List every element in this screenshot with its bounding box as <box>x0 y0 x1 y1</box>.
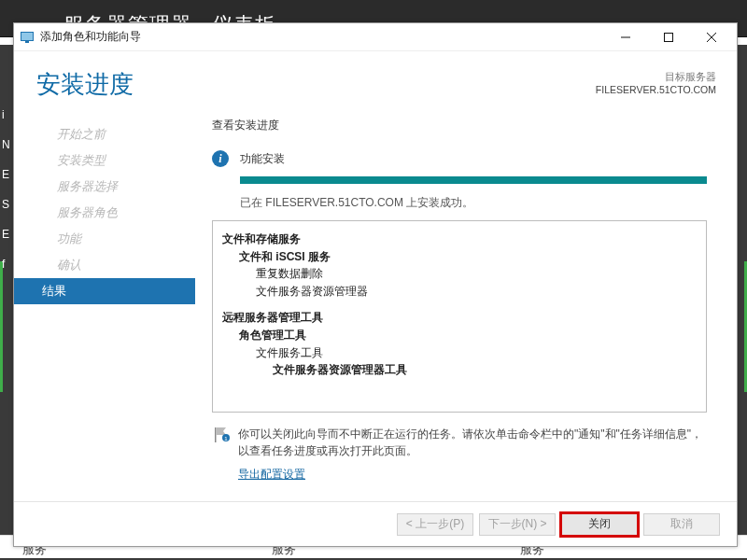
close-button[interactable] <box>690 24 733 50</box>
content-subhead: 查看安装进度 <box>212 118 716 133</box>
svg-rect-1 <box>21 33 33 40</box>
status-text: 功能安装 <box>240 151 285 167</box>
note-text: 你可以关闭此向导而不中断正在运行的任务。请依次单击命令栏中的"通知"和"任务详细… <box>238 426 707 459</box>
bg-letter: N <box>2 138 10 151</box>
sidebar-item-confirm: 确认 <box>14 252 195 278</box>
minimize-button[interactable] <box>604 24 647 50</box>
feature-item: 文件和 iSCSI 服务 <box>222 248 697 266</box>
sidebar-item-server-select: 服务器选择 <box>14 174 195 200</box>
info-icon: i <box>212 150 229 167</box>
maximize-button[interactable] <box>647 24 690 50</box>
wizard-footer: < 上一步(P) 下一步(N) > 关闭 取消 <box>14 501 737 546</box>
bg-letter: i <box>2 108 5 121</box>
server-manager-icon <box>20 30 35 45</box>
wizard-window: 添加角色和功能向导 安装进度 目标服务器 FILESERVER.51CTO.CO… <box>13 22 738 547</box>
cancel-button: 取消 <box>643 513 720 536</box>
feature-item: 文件和存储服务 <box>222 231 697 248</box>
feature-item: 文件服务器资源管理器工具 <box>222 361 697 379</box>
bg-letter: f <box>2 258 5 271</box>
titlebar[interactable]: 添加角色和功能向导 <box>14 23 737 51</box>
export-config-link[interactable]: 导出配置设置 <box>238 467 716 483</box>
page-title: 安装进度 <box>23 68 596 101</box>
feature-item: 文件服务工具 <box>222 344 697 362</box>
destination-box: 目标服务器 FILESERVER.51CTO.COM <box>596 68 716 95</box>
green-stripe <box>0 261 3 392</box>
feature-item: 文件服务器资源管理器 <box>222 283 697 301</box>
content-pane: 查看安装进度 i 功能安装 已在 FILESERVER.51CTO.COM 上安… <box>195 118 737 501</box>
next-button: 下一步(N) > <box>479 513 556 536</box>
sidebar-item-results: 结果 <box>14 278 195 304</box>
back-button: < 上一步(P) <box>397 513 473 536</box>
flag-icon: 1 <box>212 426 231 444</box>
feature-item: 角色管理工具 <box>222 327 697 344</box>
bg-letter: E <box>2 168 9 181</box>
svg-rect-4 <box>665 33 673 41</box>
close-wizard-button[interactable]: 关闭 <box>561 513 638 536</box>
svg-rect-2 <box>25 41 29 43</box>
feature-item: 重复数据删除 <box>222 265 697 283</box>
svg-rect-7 <box>215 427 217 442</box>
destination-server: FILESERVER.51CTO.COM <box>596 84 716 95</box>
feature-item: 远程服务器管理工具 <box>222 309 697 327</box>
sidebar-item-install-type: 安装类型 <box>14 147 195 174</box>
wizard-sidebar: 开始之前 安装类型 服务器选择 服务器角色 功能 确认 结果 <box>14 118 195 501</box>
window-title: 添加角色和功能向导 <box>40 29 604 45</box>
destination-label: 目标服务器 <box>596 70 716 84</box>
progress-bar <box>240 176 707 184</box>
feature-tree[interactable]: 文件和存储服务文件和 iSCSI 服务重复数据删除文件服务器资源管理器远程服务器… <box>212 220 707 413</box>
sidebar-item-before: 开始之前 <box>14 121 195 147</box>
sidebar-item-server-roles: 服务器角色 <box>14 200 195 226</box>
bg-letter: S <box>2 198 9 211</box>
bg-letter: E <box>2 228 9 241</box>
sidebar-item-features: 功能 <box>14 226 195 252</box>
success-message: 已在 FILESERVER.51CTO.COM 上安装成功。 <box>240 195 716 211</box>
header-row: 安装进度 目标服务器 FILESERVER.51CTO.COM <box>14 51 737 101</box>
